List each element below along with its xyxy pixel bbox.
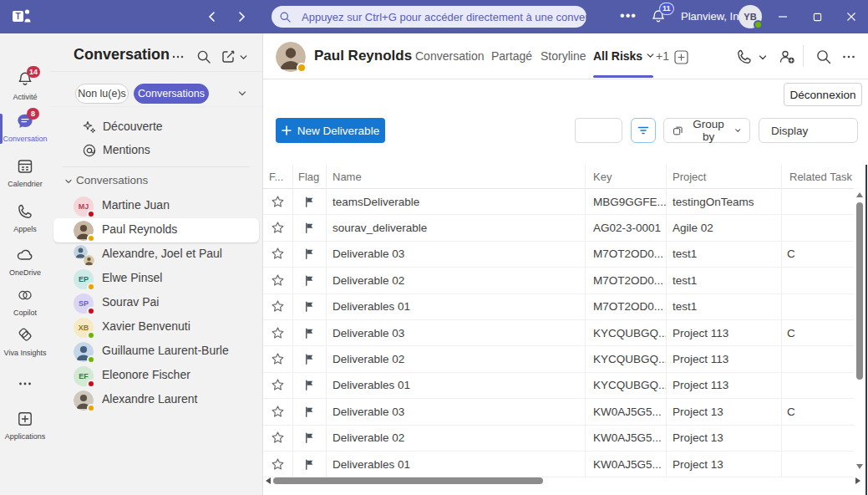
- favorite-star-icon[interactable]: [263, 320, 292, 345]
- flag-icon[interactable]: [292, 215, 326, 240]
- flag-icon[interactable]: [292, 426, 326, 451]
- rail-item-chat[interactable]: 8 Conversation: [0, 112, 50, 143]
- flag-icon[interactable]: [292, 268, 326, 293]
- scroll-left-icon[interactable]: [266, 477, 271, 484]
- rail-item-viva-insights[interactable]: Viva Insights: [0, 326, 50, 357]
- maximize-icon[interactable]: [800, 0, 834, 33]
- filters-chevron-down-icon[interactable]: [237, 89, 247, 99]
- global-search-input[interactable]: [272, 6, 586, 28]
- flag-icon[interactable]: [292, 452, 326, 477]
- rail-item-apps[interactable]: Applications: [0, 410, 50, 441]
- table-row[interactable]: sourav_deliverable AG02-3-0001 Agile 02: [263, 215, 854, 241]
- call-chevron-down-icon[interactable]: [758, 53, 768, 63]
- favorite-star-icon[interactable]: [263, 373, 292, 398]
- minimize-icon[interactable]: [766, 0, 799, 33]
- favorite-star-icon[interactable]: [263, 242, 292, 267]
- column-name[interactable]: Name: [332, 171, 362, 183]
- favorite-star-icon[interactable]: [263, 399, 292, 424]
- flag-icon[interactable]: [292, 242, 326, 267]
- column-project[interactable]: Project: [673, 171, 706, 183]
- flag-icon[interactable]: [292, 189, 326, 214]
- table-row[interactable]: Deliverables 01 KYCQUBGQ... Project 113: [263, 373, 854, 399]
- table-row[interactable]: Deliverable 03 KW0AJ5G5... Project 13 C: [263, 399, 854, 425]
- table-row[interactable]: Deliverable 03 KYCQUBGQ... Project 113 C: [263, 320, 854, 346]
- table-row[interactable]: Deliverable 03 M7OT2OD0... test1 C: [263, 242, 854, 268]
- filter-button[interactable]: [631, 118, 656, 143]
- scroll-down-icon[interactable]: [856, 464, 863, 469]
- chat-list-item[interactable]: XB Xavier Benvenuti: [53, 315, 259, 339]
- column-related-task[interactable]: Related Task: [789, 171, 852, 183]
- add-tab-icon[interactable]: [674, 50, 688, 64]
- sidebar-search-icon[interactable]: [195, 48, 212, 65]
- call-icon[interactable]: [735, 48, 754, 66]
- flag-icon[interactable]: [292, 320, 326, 345]
- conversations-section-header[interactable]: Conversations: [50, 171, 262, 191]
- favorite-star-icon[interactable]: [263, 294, 292, 319]
- table-row[interactable]: Deliverables 01 KW0AJ5G5... Project 13: [263, 452, 854, 477]
- table-row[interactable]: Deliverable 02 M7OT2OD0... test1: [263, 268, 854, 293]
- filter-conversations-pill[interactable]: Conversations: [134, 84, 209, 104]
- rail-item-calls[interactable]: Appels: [0, 202, 50, 233]
- user-avatar[interactable]: YB: [739, 5, 762, 28]
- sidebar-item-discover[interactable]: Découverte: [50, 116, 262, 139]
- group-by-button[interactable]: Group by: [663, 118, 750, 143]
- favorite-star-icon[interactable]: [263, 215, 292, 240]
- close-icon[interactable]: [835, 0, 868, 33]
- chat-list-item[interactable]: EP Elwe Pinsel: [53, 267, 259, 291]
- rail-item-onedrive[interactable]: OneDrive: [0, 246, 50, 277]
- sidebar-more-icon[interactable]: [170, 48, 186, 65]
- chat-header-avatar[interactable]: [276, 42, 306, 72]
- table-row[interactable]: Deliverables 01 M7OT2OD0... test1: [263, 294, 854, 320]
- display-button[interactable]: Display: [759, 118, 858, 143]
- favorite-star-icon[interactable]: [263, 452, 292, 477]
- add-people-icon[interactable]: [778, 48, 796, 66]
- forward-icon[interactable]: [234, 9, 249, 24]
- disconnect-button[interactable]: Déconnexion: [784, 83, 862, 106]
- tab-all-risks[interactable]: All Risks: [593, 49, 655, 63]
- back-icon[interactable]: [205, 9, 220, 24]
- flag-icon[interactable]: [292, 294, 326, 319]
- filter-unread-pill[interactable]: Non lu(e)s: [75, 84, 129, 104]
- column-key[interactable]: Key: [593, 171, 612, 183]
- chat-list-item[interactable]: GL Guillaume Laurent-Burle: [53, 339, 259, 364]
- chat-search-icon[interactable]: [815, 48, 833, 66]
- column-flag[interactable]: Flag: [298, 171, 319, 183]
- favorite-star-icon[interactable]: [263, 426, 292, 451]
- rail-item-activity[interactable]: 14 Activité: [0, 70, 50, 101]
- scroll-right-icon[interactable]: [855, 477, 860, 484]
- tab-partage[interactable]: Partagé: [491, 49, 532, 63]
- chat-more-icon[interactable]: [840, 48, 858, 66]
- scroll-up-icon[interactable]: [856, 192, 863, 197]
- compose-chevron-down-icon[interactable]: [239, 53, 248, 62]
- new-deliverable-button[interactable]: New Deliverable: [276, 118, 385, 143]
- flag-icon[interactable]: [292, 373, 326, 398]
- compose-icon[interactable]: [220, 48, 236, 65]
- org-switcher[interactable]: Planview, Inc.: [681, 0, 748, 33]
- chat-list-item[interactable]: MJ Martine Juan: [53, 194, 259, 218]
- column-favorite[interactable]: F...: [269, 171, 283, 183]
- chat-list-item[interactable]: AL Alexandre Laurent: [53, 388, 259, 412]
- horizontal-scroll-thumb[interactable]: [273, 477, 543, 484]
- chat-list-item[interactable]: SP Sourav Pai: [53, 291, 259, 315]
- favorite-star-icon[interactable]: [263, 268, 292, 293]
- flag-icon[interactable]: [292, 346, 326, 371]
- favorite-star-icon[interactable]: [263, 346, 292, 371]
- vertical-scroll-thumb[interactable]: [856, 202, 863, 380]
- table-row[interactable]: teamsDeliverable MBG9GGFE... testingOnTe…: [263, 189, 854, 215]
- tab-storyline[interactable]: Storyline: [541, 49, 586, 63]
- titlebar-more-icon[interactable]: •••: [616, 7, 641, 27]
- sidebar-item-mentions[interactable]: Mentions: [50, 140, 262, 162]
- tab-conversation[interactable]: Conversation: [415, 49, 485, 63]
- tab-overflow-count[interactable]: +1: [656, 49, 669, 63]
- chat-list-item[interactable]: PR Paul Reynolds: [53, 218, 259, 242]
- table-row[interactable]: Deliverable 02 KYCQUBGQ... Project 113: [263, 346, 854, 372]
- rail-item-copilot[interactable]: Copilot: [0, 286, 50, 317]
- table-row[interactable]: Deliverable 02 KW0AJ5G5... Project 13: [263, 426, 854, 452]
- flag-icon[interactable]: [292, 399, 326, 424]
- favorite-star-icon[interactable]: [263, 189, 292, 214]
- chat-list-item[interactable]: EF Eleonore Fischer: [53, 364, 259, 388]
- deliverable-search-input[interactable]: [575, 118, 622, 143]
- rail-item-calendar[interactable]: Calendrier: [0, 157, 50, 188]
- rail-more-apps[interactable]: [0, 375, 50, 396]
- chat-list-item[interactable]: AJ Alexandre, Joel et Paul: [53, 242, 259, 267]
